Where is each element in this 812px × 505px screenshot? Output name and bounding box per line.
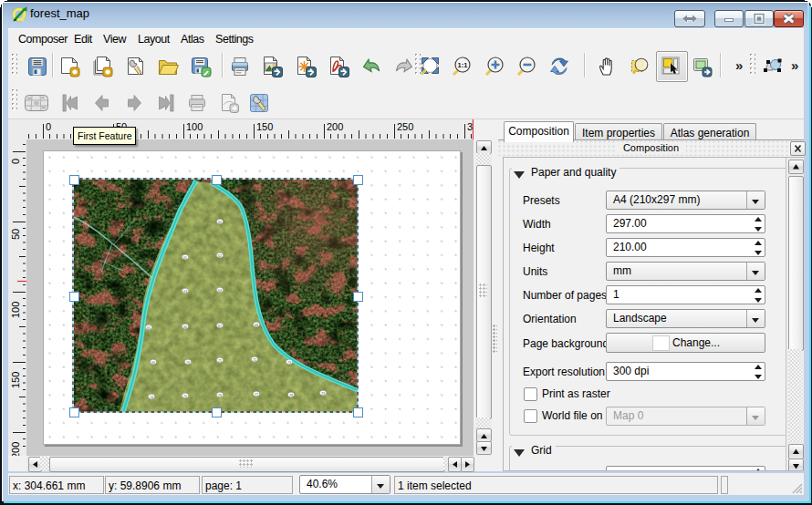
svg-text:150: 150 [256, 121, 273, 132]
svg-text:250: 250 [397, 121, 413, 132]
svg-text:0: 0 [10, 159, 21, 164]
svg-text:150: 150 [10, 372, 21, 388]
svg-text:100: 100 [186, 121, 203, 132]
svg-text:1:1: 1:1 [458, 61, 468, 69]
svg-text:200: 200 [10, 442, 21, 456]
svg-text:50: 50 [10, 229, 21, 240]
svg-text:100: 100 [10, 302, 21, 318]
svg-text:0: 0 [46, 121, 51, 132]
svg-text:200: 200 [327, 121, 343, 132]
